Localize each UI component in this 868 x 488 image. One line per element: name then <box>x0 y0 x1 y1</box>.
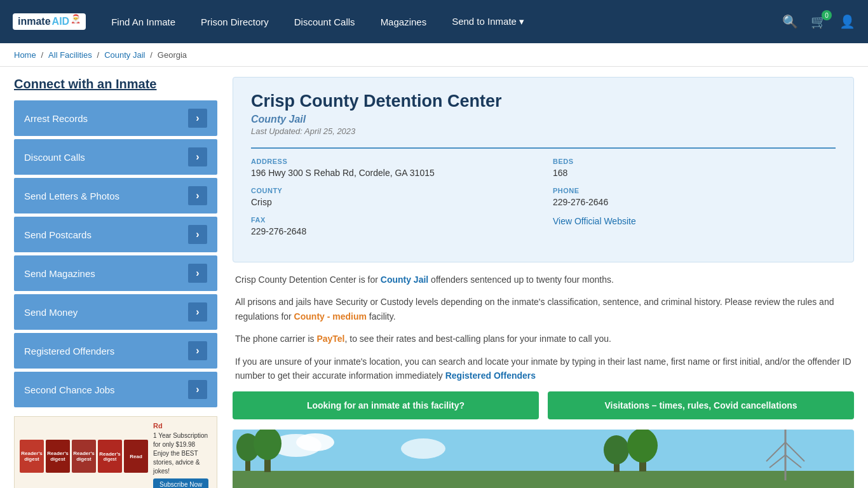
logo-aid-text: AID <box>52 16 70 27</box>
beds-value: 168 <box>553 168 836 178</box>
county-label: COUNTY <box>251 187 534 194</box>
facility-scene-svg <box>233 430 854 488</box>
info-county: COUNTY Crisp <box>251 187 534 207</box>
address-value: 196 Hwy 300 S Rehab Rd, Cordele, GA 3101… <box>251 168 534 178</box>
county-jail-link[interactable]: County Jail <box>381 274 428 285</box>
arrow-icon-magazines: › <box>188 264 207 283</box>
phone-value: 229-276-2646 <box>553 197 836 207</box>
desc-para-1: Crisp County Detention Center is for Cou… <box>235 273 851 287</box>
svg-point-3 <box>401 438 445 459</box>
arrow-icon-offenders: › <box>188 341 207 360</box>
info-beds: BEDS 168 <box>553 158 836 178</box>
info-grid: ADDRESS 196 Hwy 300 S Rehab Rd, Cordele,… <box>251 147 836 236</box>
breadcrumb-state: Georgia <box>158 50 187 60</box>
svg-point-17 <box>627 430 658 463</box>
nav-send-to-inmate[interactable]: Send to Inmate ▾ <box>452 16 524 27</box>
arrow-icon-discount: › <box>188 147 207 166</box>
looking-for-inmate-button[interactable]: Looking for an inmate at this facility? <box>233 391 539 419</box>
nav-find-inmate[interactable]: Find An Inmate <box>111 17 175 27</box>
sidebar-menu: Arrest Records › Discount Calls › Send L… <box>14 100 217 407</box>
sidebar: Connect with an Inmate Arrest Records › … <box>14 77 217 488</box>
cart-badge: 0 <box>822 10 832 20</box>
logo[interactable]: inmate AID 🎅 <box>13 13 86 30</box>
content-area: Crisp County Detention Center County Jai… <box>233 77 854 488</box>
info-phone: PHONE 229-276-2646 <box>553 187 836 207</box>
desc-para-4: If you are unsure of your inmate's locat… <box>235 355 851 383</box>
action-buttons: Looking for an inmate at this facility? … <box>233 391 854 419</box>
sidebar-title: Connect with an Inmate <box>14 77 217 92</box>
ad-subscribe-button[interactable]: Subscribe Now <box>153 478 208 488</box>
phone-label: PHONE <box>553 187 836 194</box>
info-fax: FAX 229-276-2648 <box>251 216 534 236</box>
desc-para-3: The phone carrier is PayTel, to see thei… <box>235 332 851 346</box>
website-link[interactable]: View Official Website <box>553 216 636 226</box>
ad-banner[interactable]: Reader's digest Reader's digest Reader's… <box>14 416 217 488</box>
ad-text: Rd 1 Year Subscription for only $19.98 E… <box>153 422 212 488</box>
breadcrumb-home[interactable]: Home <box>14 50 36 60</box>
visitations-button[interactable]: Visitations – times, rules, Covid cancel… <box>548 391 854 419</box>
sep2: / <box>97 50 100 60</box>
header-actions: 🔍 🛒 0 👤 <box>782 14 855 29</box>
logo-hat-icon: 🎅 <box>71 14 81 24</box>
sidebar-label-letters: Send Letters & Photos <box>24 191 119 201</box>
sep1: / <box>41 50 44 60</box>
sidebar-item-send-letters[interactable]: Send Letters & Photos › <box>14 178 217 214</box>
breadcrumb-all-facilities[interactable]: All Facilities <box>48 50 92 60</box>
desc-para-2: All prisons and jails have Security or C… <box>235 295 851 323</box>
breadcrumb: Home / All Facilities / County Jail / Ge… <box>0 43 868 67</box>
sidebar-label-discount: Discount Calls <box>24 152 85 163</box>
paytel-link[interactable]: PayTel <box>316 334 344 344</box>
nav-discount-calls[interactable]: Discount Calls <box>294 17 355 27</box>
svg-point-2 <box>296 433 334 451</box>
svg-rect-4 <box>233 471 854 488</box>
sidebar-item-arrest-records[interactable]: Arrest Records › <box>14 100 217 136</box>
fax-value: 229-276-2648 <box>251 226 534 236</box>
sidebar-item-send-postcards[interactable]: Send Postcards › <box>14 217 217 252</box>
nav-magazines[interactable]: Magazines <box>381 17 427 27</box>
arrow-icon-letters: › <box>188 186 207 205</box>
arrow-icon-jobs: › <box>188 380 207 399</box>
ad-magazine-covers: Reader's digest Reader's digest Reader's… <box>20 440 148 473</box>
county-value: Crisp <box>251 197 534 207</box>
facility-image <box>233 430 854 488</box>
sidebar-label-jobs: Second Chance Jobs <box>24 384 115 395</box>
address-label: ADDRESS <box>251 158 534 165</box>
sidebar-label-magazines: Send Magazines <box>24 268 95 279</box>
ad-offer-line1: 1 Year Subscription for only $19.98 <box>153 431 212 449</box>
sidebar-item-send-magazines[interactable]: Send Magazines › <box>14 255 217 291</box>
registered-offenders-link[interactable]: Registered Offenders <box>445 370 536 381</box>
main-nav: Find An Inmate Prison Directory Discount… <box>111 16 763 27</box>
fax-label: FAX <box>251 216 534 224</box>
sidebar-label-offenders: Registered Offenders <box>24 346 114 356</box>
facility-type: County Jail <box>251 114 836 125</box>
nav-prison-directory[interactable]: Prison Directory <box>201 17 269 27</box>
info-address: ADDRESS 196 Hwy 300 S Rehab Rd, Cordele,… <box>251 158 534 178</box>
ad-rd-label: Rd <box>153 422 212 430</box>
info-website: View Official Website <box>553 216 836 236</box>
description-area: Crisp County Detention Center is for Cou… <box>233 273 854 383</box>
sidebar-label-money: Send Money <box>24 307 78 318</box>
ad-offer-line2: Enjoy the BEST stories, advice & jokes! <box>153 449 212 476</box>
beds-label: BEDS <box>553 158 836 165</box>
county-medium-link[interactable]: County - medium <box>294 311 367 322</box>
arrow-icon-arrest: › <box>188 109 207 128</box>
breadcrumb-county-jail[interactable]: County Jail <box>104 50 145 60</box>
sidebar-item-discount-calls[interactable]: Discount Calls › <box>14 139 217 175</box>
svg-point-15 <box>604 435 629 464</box>
main-layout: Connect with an Inmate Arrest Records › … <box>0 67 868 488</box>
arrow-icon-money: › <box>188 302 207 322</box>
sidebar-item-registered-offenders[interactable]: Registered Offenders › <box>14 333 217 369</box>
site-header: inmate AID 🎅 Find An Inmate Prison Direc… <box>0 0 868 43</box>
user-icon[interactable]: 👤 <box>839 14 855 29</box>
sidebar-label-arrest: Arrest Records <box>24 113 88 124</box>
arrow-icon-postcards: › <box>188 225 207 244</box>
cart-icon[interactable]: 🛒 0 <box>811 14 827 29</box>
sidebar-label-postcards: Send Postcards <box>24 229 92 240</box>
sidebar-item-second-chance-jobs[interactable]: Second Chance Jobs › <box>14 372 217 407</box>
sep3: / <box>150 50 153 60</box>
search-icon[interactable]: 🔍 <box>782 14 798 29</box>
sidebar-item-send-money[interactable]: Send Money › <box>14 294 217 330</box>
facility-updated: Last Updated: April 25, 2023 <box>251 126 836 136</box>
facility-card: Crisp County Detention Center County Jai… <box>233 77 854 262</box>
facility-name: Crisp County Detention Center <box>251 92 836 111</box>
